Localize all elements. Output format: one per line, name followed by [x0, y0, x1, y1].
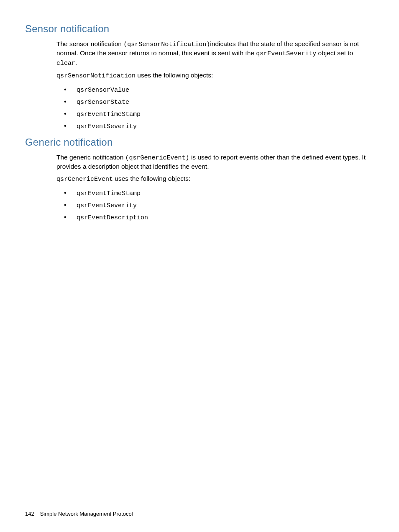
code-run: qsrEventDescription	[77, 214, 148, 221]
code-run: clear	[56, 60, 75, 67]
code-run: qsrEventTimeStamp	[77, 190, 141, 197]
code-run: qsrEventSeverity	[77, 123, 137, 130]
list-item: qsrEventTimeStamp	[64, 108, 370, 120]
code-run: qsrSensorNotification	[56, 72, 136, 80]
chapter-title: Simple Network Management Protocol	[40, 511, 133, 517]
text-run: The generic notification	[56, 154, 125, 161]
object-list-generic: qsrEventTimeStamp qsrEventSeverity qsrEv…	[56, 187, 370, 224]
section-heading-sensor: Sensor notification	[25, 23, 374, 35]
code-run: qsrEventTimeStamp	[77, 111, 141, 118]
text-run: object set to	[316, 49, 353, 57]
code-run: qsrEventSeverity	[77, 202, 137, 209]
code-run: qsrEventSeverity	[256, 50, 316, 57]
code-run: (qsrGenericEvent)	[125, 154, 189, 162]
paragraph-generic-intro: The generic notification (qsrGenericEven…	[56, 153, 370, 171]
code-run: qsrSensorValue	[77, 87, 129, 94]
list-item: qsrEventDescription	[64, 211, 370, 224]
list-item: qsrSensorValue	[64, 84, 370, 96]
paragraph-generic-uses: qsrGenericEvent uses the following objec…	[56, 175, 370, 184]
text-run: .	[75, 59, 77, 66]
list-item: qsrSensorState	[64, 96, 370, 108]
text-run: uses the following objects:	[113, 175, 190, 182]
section-content-generic: The generic notification (qsrGenericEven…	[25, 153, 374, 224]
code-run: qsrGenericEvent	[56, 176, 113, 183]
code-run: (qsrSensorNotification)	[123, 41, 210, 48]
text-run: uses the following objects:	[136, 72, 213, 79]
code-run: qsrSensorState	[77, 99, 129, 106]
paragraph-sensor-uses: qsrSensorNotification uses the following…	[56, 71, 370, 80]
list-item: qsrEventSeverity	[64, 199, 370, 211]
section-content-sensor: The sensor notification (qsrSensorNotifi…	[25, 40, 374, 132]
object-list-sensor: qsrSensorValue qsrSensorState qsrEventTi…	[56, 84, 370, 132]
section-heading-generic: Generic notification	[25, 136, 374, 148]
list-item: qsrEventSeverity	[64, 120, 370, 132]
list-item: qsrEventTimeStamp	[64, 187, 370, 199]
paragraph-sensor-intro: The sensor notification (qsrSensorNotifi…	[56, 40, 370, 68]
text-run: The sensor notification	[56, 40, 123, 47]
page-number: 142	[25, 511, 34, 517]
page-footer: 142Simple Network Management Protocol	[25, 511, 133, 517]
